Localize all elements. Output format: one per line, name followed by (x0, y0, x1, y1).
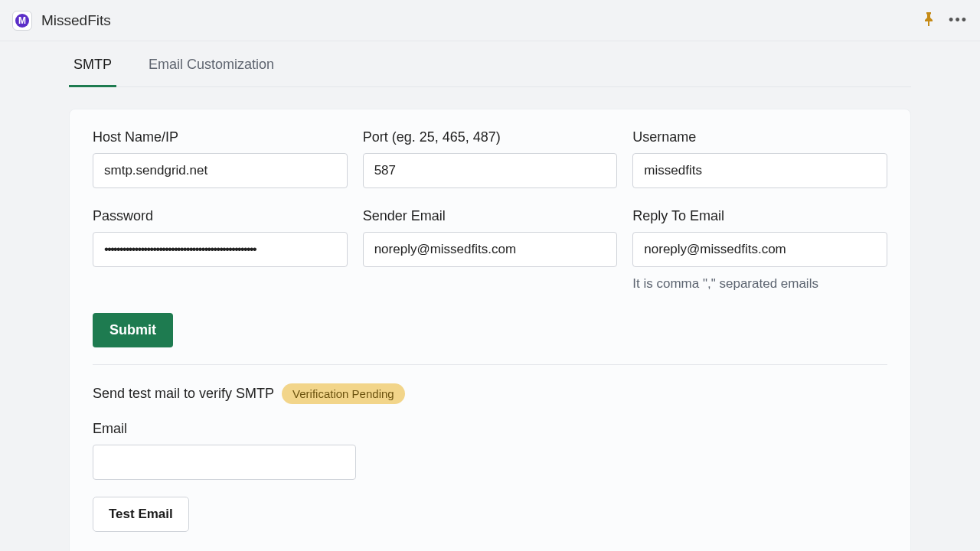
field-host: Host Name/IP (93, 129, 348, 188)
submit-row: Submit (93, 313, 887, 347)
label-test-email: Email (93, 421, 356, 437)
page: SMTP Email Customization Host Name/IP Po… (0, 41, 980, 551)
helper-reply-to: It is comma "," separated emails (632, 276, 887, 292)
verify-row: Send test mail to verify SMTP Verificati… (93, 383, 887, 404)
brand: M MissedFits (12, 11, 111, 31)
label-reply-to: Reply To Email (632, 208, 887, 224)
label-port: Port (eg. 25, 465, 487) (363, 129, 618, 145)
app-logo-letter: M (15, 14, 29, 28)
label-username: Username (632, 129, 887, 145)
input-username[interactable] (632, 153, 887, 188)
verify-text: Send test mail to verify SMTP (93, 386, 274, 402)
field-reply-to: Reply To Email It is comma "," separated… (632, 208, 887, 292)
field-port: Port (eg. 25, 465, 487) (363, 129, 618, 188)
settings-card: Host Name/IP Port (eg. 25, 465, 487) Use… (69, 109, 911, 551)
input-port[interactable] (363, 153, 618, 188)
pin-icon[interactable] (923, 12, 935, 29)
topbar: M MissedFits ••• (0, 0, 980, 41)
label-host: Host Name/IP (93, 129, 348, 145)
smtp-form: Host Name/IP Port (eg. 25, 465, 487) Use… (93, 129, 887, 292)
test-section: Email Test Email (93, 421, 887, 532)
input-password[interactable] (93, 232, 348, 267)
field-username: Username (632, 129, 887, 188)
topbar-actions: ••• (923, 12, 968, 29)
test-email-button[interactable]: Test Email (93, 497, 189, 532)
input-sender-email[interactable] (363, 232, 618, 267)
more-icon[interactable]: ••• (949, 12, 968, 28)
divider (93, 364, 887, 365)
submit-button[interactable]: Submit (93, 313, 173, 347)
tabs: SMTP Email Customization (69, 41, 911, 87)
input-test-email[interactable] (93, 445, 356, 480)
tab-smtp[interactable]: SMTP (69, 46, 116, 87)
app-logo: M (12, 11, 32, 31)
input-host[interactable] (93, 153, 348, 188)
label-password: Password (93, 208, 348, 224)
label-sender-email: Sender Email (363, 208, 618, 224)
app-title: MissedFits (41, 12, 111, 29)
verification-badge: Verification Pending (282, 383, 405, 404)
tab-email-customization[interactable]: Email Customization (144, 46, 279, 87)
field-password: Password (93, 208, 348, 292)
field-sender-email: Sender Email (363, 208, 618, 292)
input-reply-to[interactable] (632, 232, 887, 267)
field-test-email: Email (93, 421, 356, 480)
